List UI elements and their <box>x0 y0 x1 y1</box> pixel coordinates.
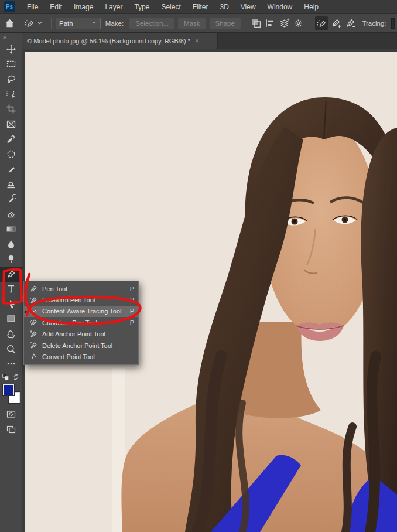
pen-del <box>29 341 38 350</box>
menu-item[interactable]: Help <box>298 0 324 13</box>
hand-tool[interactable] <box>0 326 22 342</box>
content-aware-tracing-tool-icon <box>22 16 36 30</box>
make-shape-button[interactable]: Shape <box>210 18 241 29</box>
rectangular-marquee-tool[interactable] <box>0 57 22 72</box>
tracing-add-toggle[interactable] <box>329 16 343 30</box>
flyout-item-shortcut: P <box>128 319 134 326</box>
move-tool[interactable] <box>0 42 22 57</box>
menu-item[interactable]: Image <box>68 0 99 13</box>
close-icon[interactable]: × <box>195 37 199 45</box>
gradient-tool[interactable] <box>0 221 22 237</box>
flyout-item-label: Pen Tool <box>42 285 124 292</box>
document-tab[interactable]: © Model photo.jpg @ 56.1% (Background co… <box>22 33 218 49</box>
collapse-panel-chevrons[interactable]: » <box>0 33 22 42</box>
flyout-item-label: Convert Point Tool <box>42 353 124 360</box>
chevron-down-icon <box>36 19 43 28</box>
flyout-menu-item[interactable]: Pen Tool P <box>24 283 138 294</box>
flyout-item-label: Delete Anchor Point Tool <box>42 342 124 349</box>
rectangle-tool[interactable] <box>0 312 22 327</box>
menu-item[interactable]: Window <box>262 0 299 13</box>
photoshop-window: Ps FileEditImageLayerTypeSelectFilter3DV… <box>0 0 397 532</box>
flyout-menu-item[interactable]: Freeform Pen Tool P <box>24 294 138 305</box>
document-tab-bar: © Model photo.jpg @ 56.1% (Background co… <box>22 33 397 49</box>
menu-item[interactable]: 3D <box>214 0 234 13</box>
flyout-menu-item[interactable]: Curvature Pen Tool P <box>24 317 138 328</box>
menu-item[interactable]: File <box>21 0 44 13</box>
tracing-label: Tracing: <box>362 20 386 27</box>
flyout-item-shortcut: P <box>128 285 134 292</box>
pen-curv <box>29 318 38 328</box>
pen-free <box>29 295 38 305</box>
flyout-item-label: Curvature Pen Tool <box>42 319 124 326</box>
separator <box>245 18 245 29</box>
foreground-color-swatch[interactable] <box>3 384 14 395</box>
tracing-subtract-toggle[interactable] <box>344 16 357 30</box>
current-tool-preview[interactable] <box>21 15 45 32</box>
pen-menu <box>29 284 38 294</box>
quick-mask-mode-button[interactable] <box>0 407 22 422</box>
photoshop-logo[interactable]: Ps <box>4 1 15 12</box>
path-alignment-icon[interactable] <box>263 16 278 30</box>
dodge-tool[interactable] <box>0 251 22 267</box>
eraser-tool[interactable] <box>0 207 22 222</box>
make-label: Make: <box>105 20 124 27</box>
pen-tool-flyout-menu: Pen Tool P Freeform Pen Tool P Content-A… <box>23 281 139 365</box>
tool-list <box>0 42 22 356</box>
lasso-tool[interactable] <box>0 71 22 87</box>
path-arrangement-icon[interactable] <box>278 16 292 30</box>
tracing-input[interactable] <box>391 18 395 29</box>
tools-panel: » <box>0 33 22 532</box>
menu-item[interactable]: Select <box>155 0 186 13</box>
pen-add <box>29 329 38 339</box>
separator <box>310 18 310 29</box>
pen-dash <box>29 306 38 316</box>
separator <box>51 18 52 29</box>
tool-mode-value: Path <box>59 20 73 27</box>
flyout-menu-item[interactable]: Delete Anchor Point Tool <box>24 340 138 351</box>
clone-stamp-tool[interactable] <box>0 176 22 192</box>
history-brush-tool[interactable] <box>0 192 22 207</box>
chevron-down-icon <box>91 19 97 27</box>
path-operations-icon[interactable] <box>249 16 263 30</box>
options-bar: Path Make: Selection... Mask Shape Traci… <box>0 14 397 33</box>
flyout-item-shortcut: P <box>128 296 134 303</box>
healing-brush-tool[interactable] <box>0 146 22 162</box>
blur-tool[interactable] <box>0 237 22 252</box>
flyout-menu-item[interactable]: Content-Aware Tracing Tool P <box>24 306 138 317</box>
gear-icon[interactable] <box>292 16 306 30</box>
eyedropper-tool[interactable] <box>0 132 22 147</box>
make-selection-button[interactable]: Selection... <box>129 18 174 29</box>
edit-toolbar-ellipsis[interactable] <box>0 356 22 371</box>
make-mask-button[interactable]: Mask <box>178 18 206 29</box>
flyout-item-label: Content-Aware Tracing Tool <box>42 308 124 315</box>
home-icon[interactable] <box>2 16 16 30</box>
default-colors-icon[interactable] <box>2 373 11 381</box>
zoom-tool[interactable] <box>0 342 22 357</box>
menu-list: FileEditImageLayerTypeSelectFilter3DView… <box>21 0 324 13</box>
flyout-menu-item[interactable]: Add Anchor Point Tool <box>24 329 138 340</box>
pen-tool[interactable] <box>0 267 22 282</box>
tool-mode-select[interactable]: Path <box>56 18 101 29</box>
brush-tool[interactable] <box>0 162 22 177</box>
screen-mode-button[interactable] <box>0 422 22 437</box>
color-swatches <box>0 383 22 407</box>
flyout-item-label: Freeform Pen Tool <box>42 296 124 303</box>
menu-item[interactable]: Layer <box>99 0 128 13</box>
crop-tool[interactable] <box>0 101 22 117</box>
menu-item[interactable]: Filter <box>187 0 214 13</box>
menu-item[interactable]: Type <box>128 0 155 13</box>
document-title: © Model photo.jpg @ 56.1% (Background co… <box>27 37 190 45</box>
swap-colors-icon[interactable] <box>12 373 20 381</box>
flyout-item-label: Add Anchor Point Tool <box>42 330 124 337</box>
menu-item[interactable]: View <box>235 0 262 13</box>
type-tool[interactable] <box>0 282 22 297</box>
tracing-pen-toggle[interactable] <box>315 16 328 30</box>
frame-tool[interactable] <box>0 117 22 132</box>
flyout-menu-item[interactable]: Convert Point Tool <box>24 351 138 362</box>
flyout-item-shortcut: P <box>128 308 134 315</box>
menu-bar: Ps FileEditImageLayerTypeSelectFilter3DV… <box>0 0 397 14</box>
menu-item[interactable]: Edit <box>44 0 68 13</box>
convert <box>29 352 38 362</box>
path-selection-tool[interactable] <box>0 296 22 312</box>
object-selection-tool[interactable] <box>0 87 22 102</box>
